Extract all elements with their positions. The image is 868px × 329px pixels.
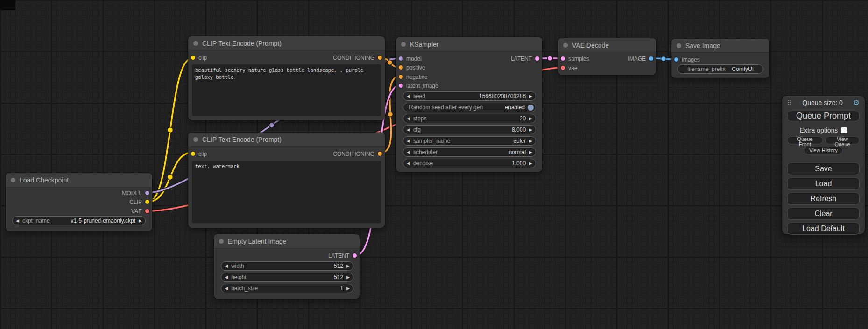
collapse-dot-icon[interactable] <box>563 43 568 48</box>
queue-panel[interactable]: Queue size: 0 Queue Prompt Extra options… <box>782 96 865 234</box>
node-ksampler[interactable]: KSampler model positive negative latent_… <box>396 37 542 172</box>
width-widget[interactable]: width 512 <box>221 261 353 271</box>
conditioning-output-dot[interactable] <box>378 152 382 156</box>
increment-arrow-icon[interactable] <box>526 150 536 154</box>
latent-output-dot[interactable] <box>353 253 357 258</box>
output-slot-clip: CLIP <box>129 197 149 206</box>
decrement-arrow-icon[interactable] <box>221 287 231 291</box>
node-title-bar[interactable]: VAE Decode <box>558 38 656 52</box>
node-title-bar[interactable]: Load Checkpoint <box>6 173 152 187</box>
node-title-bar[interactable]: CLIP Text Encode (Prompt) <box>188 36 385 50</box>
model-input-dot[interactable] <box>399 56 403 61</box>
collapse-dot-icon[interactable] <box>193 137 198 142</box>
decrement-arrow-icon[interactable] <box>221 275 231 280</box>
model-output-dot[interactable] <box>145 191 149 195</box>
decrement-arrow-icon[interactable] <box>403 161 413 166</box>
view-queue-button[interactable]: View Queue <box>825 136 860 144</box>
view-history-button[interactable]: View History <box>804 147 843 154</box>
node-load-checkpoint[interactable]: Load Checkpoint MODEL CLIP VAE ckpt_name… <box>6 173 152 231</box>
node-save-image[interactable]: Save Image images filename_prefix ComfyU… <box>671 39 769 78</box>
latent-input-dot[interactable] <box>561 56 565 61</box>
toggle-dot-icon[interactable] <box>528 105 534 111</box>
decrement-arrow-icon[interactable] <box>403 94 413 98</box>
widget-label: scheduler <box>413 149 438 155</box>
conditioning-input-dot[interactable] <box>399 65 403 70</box>
clip-input-dot[interactable] <box>191 56 195 60</box>
increment-arrow-icon[interactable] <box>526 94 536 98</box>
height-widget[interactable]: height 512 <box>221 273 353 282</box>
collapse-dot-icon[interactable] <box>677 43 681 48</box>
random-seed-toggle-widget[interactable]: Random seed after every gen enabled <box>403 103 536 112</box>
widget-label: denoise <box>413 160 433 167</box>
sampler-name-widget[interactable]: sampler_name euler <box>403 136 536 146</box>
image-input-dot[interactable] <box>674 57 678 62</box>
clear-button[interactable]: Clear <box>787 207 860 220</box>
denoise-widget[interactable]: denoise 1.000 <box>403 159 536 168</box>
queue-front-button[interactable]: Queue Front <box>787 136 823 144</box>
slot-label: CONDITIONING <box>333 151 374 157</box>
filename-prefix-widget[interactable]: filename_prefix ComfyUI <box>677 64 763 74</box>
load-button[interactable]: Load <box>787 177 860 190</box>
slot-label: LATENT <box>328 252 349 259</box>
steps-widget[interactable]: steps 20 <box>403 114 536 123</box>
conditioning-input-dot[interactable] <box>399 75 403 79</box>
increment-arrow-icon[interactable] <box>526 128 536 132</box>
decrement-arrow-icon[interactable] <box>13 219 22 223</box>
decrement-arrow-icon[interactable] <box>403 128 413 132</box>
slot-label: CONDITIONING <box>333 55 374 61</box>
node-clip-text-encode-negative[interactable]: CLIP Text Encode (Prompt) clip CONDITION… <box>188 133 385 228</box>
node-canvas[interactable]: { "colors": { "model_slot": "#B39DDB", "… <box>0 0 868 329</box>
widget-value: 1 <box>340 285 343 292</box>
node-title-bar[interactable]: Save Image <box>671 39 769 53</box>
extra-options-checkbox[interactable] <box>841 127 847 133</box>
batch-size-widget[interactable]: batch_size 1 <box>221 284 353 293</box>
seed-widget[interactable]: seed 156680208700286 <box>403 91 536 101</box>
decrement-arrow-icon[interactable] <box>221 264 231 268</box>
scheduler-widget[interactable]: scheduler normal <box>403 147 536 157</box>
image-output-dot[interactable] <box>649 56 653 61</box>
increment-arrow-icon[interactable] <box>526 161 536 166</box>
node-title-bar[interactable]: Empty Latent Image <box>214 234 360 248</box>
decrement-arrow-icon[interactable] <box>403 139 413 143</box>
decrement-arrow-icon[interactable] <box>403 117 413 121</box>
prompt-text-area[interactable]: text, watermark <box>192 161 381 223</box>
collapse-dot-icon[interactable] <box>11 178 15 182</box>
refresh-button[interactable]: Refresh <box>787 192 860 205</box>
increment-arrow-icon[interactable] <box>343 287 353 291</box>
save-button[interactable]: Save <box>787 162 860 175</box>
collapse-dot-icon[interactable] <box>193 41 198 46</box>
slot-label: latent_image <box>406 83 438 89</box>
latent-input-dot[interactable] <box>399 84 403 88</box>
node-title: VAE Decode <box>572 42 609 49</box>
collapse-dot-icon[interactable] <box>219 239 224 244</box>
prompt-text-area[interactable]: beautiful scenery nature glass bottle la… <box>192 64 381 116</box>
input-slot-images: images <box>674 55 700 64</box>
increment-arrow-icon[interactable] <box>343 264 353 268</box>
increment-arrow-icon[interactable] <box>343 275 353 280</box>
slot-label: clip <box>198 55 207 61</box>
increment-arrow-icon[interactable] <box>526 117 536 121</box>
drag-handle-icon[interactable] <box>787 99 792 106</box>
clip-output-dot[interactable] <box>145 200 149 204</box>
node-empty-latent-image[interactable]: Empty Latent Image LATENT width 512 heig… <box>214 234 360 299</box>
widget-value: v1-5-pruned-emaonly.ckpt <box>71 217 136 224</box>
ckpt-name-widget[interactable]: ckpt_name v1-5-pruned-emaonly.ckpt <box>12 216 146 225</box>
gear-icon[interactable] <box>854 98 860 107</box>
clip-input-dot[interactable] <box>191 152 195 156</box>
node-vae-decode[interactable]: VAE Decode samples vae IMAGE <box>558 38 656 75</box>
node-clip-text-encode-positive[interactable]: CLIP Text Encode (Prompt) clip CONDITION… <box>188 36 385 120</box>
decrement-arrow-icon[interactable] <box>403 150 413 154</box>
node-title-bar[interactable]: CLIP Text Encode (Prompt) <box>188 133 385 147</box>
queue-prompt-button[interactable]: Queue Prompt <box>787 111 860 121</box>
conditioning-output-dot[interactable] <box>378 56 382 60</box>
vae-input-dot[interactable] <box>561 66 565 70</box>
cfg-widget[interactable]: cfg 8.000 <box>403 125 536 134</box>
queue-size-label: Queue size: 0 <box>792 99 854 106</box>
vae-output-dot[interactable] <box>145 209 149 213</box>
latent-output-dot[interactable] <box>535 56 539 61</box>
increment-arrow-icon[interactable] <box>526 139 536 143</box>
load-default-button[interactable]: Load Default <box>787 222 860 235</box>
collapse-dot-icon[interactable] <box>401 42 406 47</box>
increment-arrow-icon[interactable] <box>135 219 145 223</box>
node-title-bar[interactable]: KSampler <box>396 37 542 51</box>
